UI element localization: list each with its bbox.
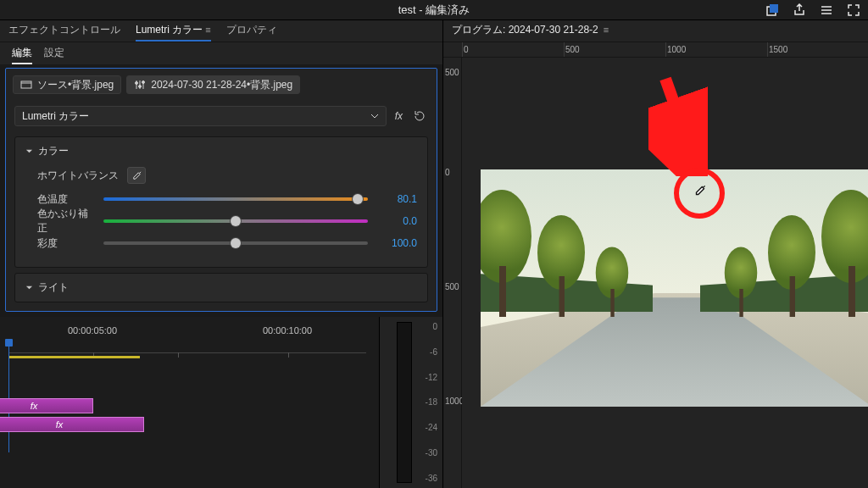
window-controls <box>765 3 861 18</box>
share-icon[interactable] <box>792 3 807 18</box>
new-item-icon[interactable] <box>765 3 780 18</box>
lumetri-panel: ソース•背景.jpeg 2024-07-30 21-28-24•背景.jpeg … <box>5 68 437 312</box>
timeline-panel: 00:00:05:00 00:00:10:00 fx fx 0-6-12-18-… <box>0 317 442 488</box>
slider-tint: 色かぶり補正 0.0 <box>25 214 417 228</box>
saturation-thumb[interactable] <box>231 238 241 248</box>
disclosure-down-icon <box>25 146 33 158</box>
reset-button[interactable] <box>411 108 428 125</box>
tint-value[interactable]: 0.0 <box>375 215 417 227</box>
clip-icon <box>20 79 32 91</box>
svg-rect-5 <box>21 81 31 88</box>
adjustment-icon <box>134 79 146 91</box>
slider-saturation: 彩度 100.0 <box>25 236 417 250</box>
program-monitor[interactable] <box>462 58 868 488</box>
tint-track[interactable] <box>103 219 368 223</box>
chip-source-label: ソース•背景.jpeg <box>37 78 114 92</box>
saturation-label: 彩度 <box>37 236 97 251</box>
disclosure-down-icon <box>25 282 33 294</box>
svg-point-10 <box>136 82 138 85</box>
effect-select[interactable]: Lumetri カラー <box>14 106 387 126</box>
ruler-horizontal[interactable]: 050010001500 <box>443 42 868 58</box>
slider-temperature: 色温度 80.1 <box>25 192 417 206</box>
panel-menu-icon[interactable]: ≡ <box>601 25 609 35</box>
tint-label: 色かぶり補正 <box>37 207 97 236</box>
chip-source[interactable]: ソース•背景.jpeg <box>13 75 121 94</box>
window-title: test - 編集済み <box>398 3 470 18</box>
svg-line-13 <box>665 79 693 155</box>
chip-clip[interactable]: 2024-07-30 21-28-24•背景.jpeg <box>126 75 300 94</box>
program-image <box>481 169 868 407</box>
section-light: ライト <box>14 273 428 302</box>
work-area-bar[interactable] <box>8 356 140 358</box>
time-ruler[interactable]: 00:00:05:00 00:00:10:00 <box>8 325 366 349</box>
tab-lumetri-color[interactable]: Lumetri カラー≡ <box>136 23 211 42</box>
white-balance-label: ホワイトバランス <box>37 169 119 183</box>
svg-rect-1 <box>770 4 778 13</box>
audio-meter-scale: 0-6-12-18-24-30-36 <box>387 322 437 483</box>
tab-properties[interactable]: プロパティ <box>226 23 277 42</box>
saturation-value[interactable]: 100.0 <box>375 237 417 249</box>
section-color: カラー ホワイトバランス 色温度 80.1 色かぶり補正 0.0 <box>14 136 428 268</box>
section-color-header[interactable]: カラー <box>25 144 417 158</box>
temperature-label: 色温度 <box>37 192 97 207</box>
timecode-5s: 00:00:05:00 <box>68 325 117 336</box>
eyedropper-cursor-icon <box>693 183 708 198</box>
section-light-title: ライト <box>38 280 69 295</box>
effect-select-label: Lumetri カラー <box>22 109 89 124</box>
lumetri-subtabs: 編集 設定 <box>0 42 442 64</box>
chip-clip-label: 2024-07-30 21-28-24•背景.jpeg <box>151 78 292 92</box>
subtab-settings[interactable]: 設定 <box>44 46 64 64</box>
audio-meter: 0-6-12-18-24-30-36 <box>379 317 442 488</box>
white-balance-eyedropper[interactable] <box>127 167 146 184</box>
timecode-10s: 00:00:10:00 <box>263 325 312 336</box>
timeline-clip-1[interactable]: fx <box>0 398 93 413</box>
panel-tabs: エフェクトコントロール Lumetri カラー≡ プロパティ <box>0 20 442 42</box>
tab-effect-controls[interactable]: エフェクトコントロール <box>8 23 120 42</box>
ruler-vertical[interactable]: 50005001000 <box>443 58 462 488</box>
tint-thumb[interactable] <box>231 216 241 226</box>
workspace-icon[interactable] <box>819 3 834 18</box>
panel-menu-icon[interactable]: ≡ <box>205 25 210 35</box>
fx-badge[interactable]: fx <box>393 110 404 122</box>
temperature-value[interactable]: 80.1 <box>375 193 417 205</box>
section-color-title: カラー <box>38 144 69 158</box>
annotation-arrow <box>648 75 708 176</box>
subtab-edit[interactable]: 編集 <box>12 46 32 64</box>
playhead[interactable] <box>8 342 9 452</box>
temperature-track[interactable] <box>103 197 368 201</box>
temperature-thumb[interactable] <box>353 194 363 204</box>
svg-point-12 <box>142 81 145 84</box>
program-title[interactable]: プログラム: 2024-07-30 21-28-2 ≡ <box>452 23 609 42</box>
fullscreen-icon[interactable] <box>846 3 861 18</box>
svg-point-11 <box>139 86 142 88</box>
chevron-down-icon <box>370 112 379 120</box>
saturation-track[interactable] <box>103 241 368 245</box>
titlebar: test - 編集済み <box>0 0 868 20</box>
section-light-header[interactable]: ライト <box>25 280 417 295</box>
program-tabs: プログラム: 2024-07-30 21-28-2 ≡ <box>443 20 868 42</box>
timeline-clip-2[interactable]: fx <box>0 417 144 432</box>
